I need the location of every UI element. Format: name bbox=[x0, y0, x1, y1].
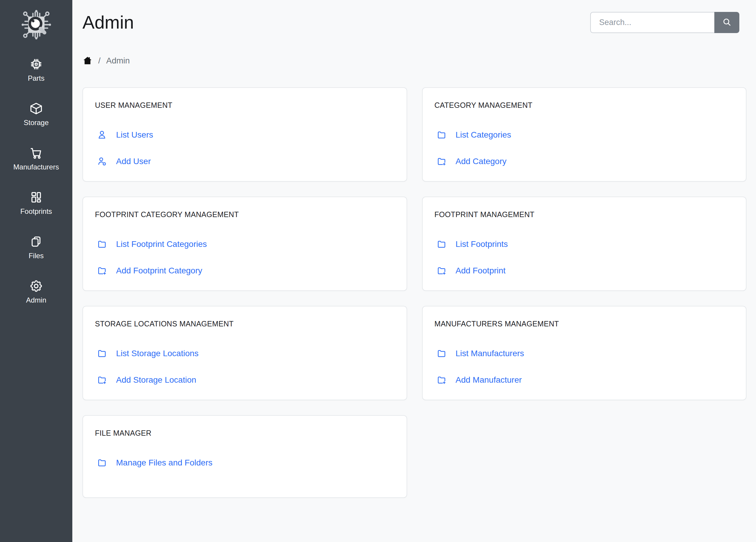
chip-magnifier-logo-icon bbox=[19, 8, 53, 42]
folder-icon bbox=[97, 348, 107, 359]
breadcrumb-separator: / bbox=[98, 56, 101, 65]
card-category-management: CATEGORY MANAGEMENT List Categories Add … bbox=[422, 87, 747, 182]
card-title: STORAGE LOCATIONS MANAGEMENT bbox=[95, 320, 395, 328]
card-title: FOOTPRINT MANAGEMENT bbox=[435, 210, 734, 219]
gear-icon bbox=[29, 279, 43, 293]
card-storage-locations-management: STORAGE LOCATIONS MANAGEMENT List Storag… bbox=[82, 306, 407, 400]
copy-icon bbox=[29, 235, 43, 249]
card-title: USER MANAGEMENT bbox=[95, 101, 395, 110]
folder-icon bbox=[436, 129, 447, 140]
card-title: FOOTPRINT CATEGORY MANAGEMENT bbox=[95, 210, 395, 219]
sidebar-item-parts[interactable]: Parts bbox=[0, 48, 72, 92]
folder-plus-icon bbox=[97, 375, 107, 385]
card-links: List Manufacturers Add Manufacturer bbox=[435, 340, 734, 393]
card-footprint-category-management: FOOTPRINT CATEGORY MANAGEMENT List Footp… bbox=[82, 196, 407, 291]
card-title: CATEGORY MANAGEMENT bbox=[435, 101, 734, 110]
sidebar: Parts Storage Manufacturers Footprints F… bbox=[0, 0, 72, 542]
link-list-footprint-categories[interactable]: List Footprint Categories bbox=[95, 231, 209, 257]
card-links: List Storage Locations Add Storage Locat… bbox=[95, 340, 395, 393]
breadcrumb: / Admin bbox=[82, 56, 746, 66]
link-list-users[interactable]: List Users bbox=[95, 121, 155, 148]
link-list-categories[interactable]: List Categories bbox=[435, 121, 513, 148]
breadcrumb-current: Admin bbox=[106, 56, 130, 65]
folder-icon bbox=[436, 239, 447, 249]
card-links: Manage Files and Folders bbox=[95, 449, 395, 476]
link-list-footprints[interactable]: List Footprints bbox=[435, 231, 510, 257]
folder-plus-icon bbox=[436, 156, 447, 166]
page-header: Admin bbox=[82, 12, 746, 33]
card-links: List Footprints Add Footprint bbox=[435, 231, 734, 284]
card-manufacturers-management: MANUFACTURERS MANAGEMENT List Manufactur… bbox=[422, 306, 747, 400]
link-add-user[interactable]: Add User bbox=[95, 148, 153, 174]
main-content: Admin / bbox=[72, 0, 756, 542]
link-add-manufacturer[interactable]: Add Manufacturer bbox=[435, 367, 524, 393]
card-footprint-management: FOOTPRINT MANAGEMENT List Footprints Add… bbox=[422, 196, 747, 291]
folder-plus-icon bbox=[436, 265, 447, 276]
card-links: List Categories Add Category bbox=[435, 121, 734, 174]
user-icon bbox=[97, 129, 107, 140]
sidebar-nav: Parts Storage Manufacturers Footprints F… bbox=[0, 48, 72, 314]
folder-icon bbox=[97, 239, 107, 249]
admin-cards-grid: USER MANAGEMENT List Users Add User CATE… bbox=[82, 87, 746, 498]
card-links: List Users Add User bbox=[95, 121, 395, 174]
search-bar bbox=[590, 12, 739, 33]
link-add-storage-location[interactable]: Add Storage Location bbox=[95, 367, 198, 393]
link-add-footprint[interactable]: Add Footprint bbox=[435, 257, 507, 284]
link-add-category[interactable]: Add Category bbox=[435, 148, 508, 174]
cart-icon bbox=[29, 146, 43, 160]
link-manage-files-and-folders[interactable]: Manage Files and Folders bbox=[95, 449, 214, 476]
chip-icon bbox=[29, 57, 43, 71]
folder-icon bbox=[436, 348, 447, 359]
link-add-footprint-category[interactable]: Add Footprint Category bbox=[95, 257, 204, 284]
link-list-storage-locations[interactable]: List Storage Locations bbox=[95, 340, 200, 367]
folder-plus-icon bbox=[97, 265, 107, 276]
card-file-manager: FILE MANAGER Manage Files and Folders bbox=[82, 415, 407, 498]
sidebar-item-storage[interactable]: Storage bbox=[0, 92, 72, 136]
sidebar-item-files[interactable]: Files bbox=[0, 225, 72, 269]
sidebar-item-footprints[interactable]: Footprints bbox=[0, 181, 72, 225]
search-icon bbox=[722, 17, 732, 28]
sidebar-item-manufacturers[interactable]: Manufacturers bbox=[0, 136, 72, 181]
user-plus-icon bbox=[97, 156, 107, 166]
card-user-management: USER MANAGEMENT List Users Add User bbox=[82, 87, 407, 182]
app-logo[interactable] bbox=[19, 8, 53, 42]
card-title: MANUFACTURERS MANAGEMENT bbox=[435, 320, 734, 328]
grid-icon bbox=[29, 190, 43, 204]
cube-icon bbox=[29, 101, 43, 115]
search-input[interactable] bbox=[590, 12, 714, 33]
home-icon bbox=[82, 56, 93, 66]
card-links: List Footprint Categories Add Footprint … bbox=[95, 231, 395, 284]
folder-icon bbox=[97, 457, 107, 468]
sidebar-item-admin[interactable]: Admin bbox=[0, 269, 72, 314]
link-list-manufacturers[interactable]: List Manufacturers bbox=[435, 340, 526, 367]
card-title: FILE MANAGER bbox=[95, 429, 395, 438]
page-title: Admin bbox=[82, 13, 134, 32]
app-root: Parts Storage Manufacturers Footprints F… bbox=[0, 0, 756, 542]
search-button[interactable] bbox=[714, 12, 739, 33]
folder-plus-icon bbox=[436, 375, 447, 385]
breadcrumb-home-link[interactable] bbox=[82, 56, 93, 66]
